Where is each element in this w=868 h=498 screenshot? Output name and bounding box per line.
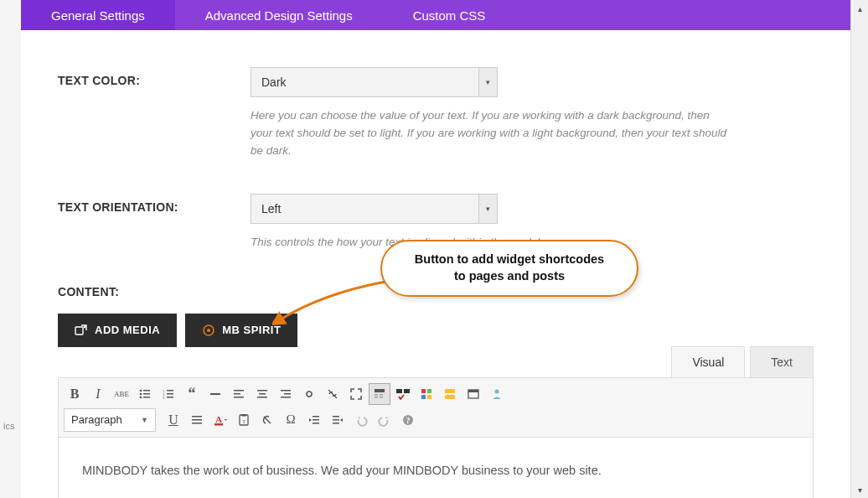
add-media-label: ADD MEDIA [95, 324, 160, 336]
align-right-icon[interactable] [275, 383, 297, 405]
svg-rect-47 [214, 423, 223, 426]
scroll-down-icon[interactable]: ▾ [851, 481, 868, 498]
shortcode-icon-3[interactable] [439, 383, 461, 405]
svg-rect-16 [210, 393, 220, 395]
shortcode-icon-4[interactable] [462, 383, 484, 405]
svg-point-42 [495, 389, 499, 393]
hr-icon[interactable] [204, 383, 226, 405]
add-media-button[interactable]: ADD MEDIA [58, 314, 177, 347]
text-orientation-value: Left [251, 202, 478, 215]
toolbar-toggle-icon[interactable] [369, 383, 390, 405]
editor-toolbar: B I ABE 123 “ [58, 377, 814, 438]
svg-rect-22 [257, 397, 267, 398]
text-orientation-select[interactable]: Left ▾ [251, 194, 498, 224]
italic-icon[interactable]: I [87, 383, 109, 405]
align-left-icon[interactable] [228, 383, 250, 405]
svg-rect-24 [284, 393, 291, 395]
svg-rect-33 [404, 389, 410, 393]
link-icon[interactable] [298, 383, 320, 405]
shortcode-icon-1[interactable] [392, 383, 414, 405]
svg-rect-11 [167, 390, 173, 392]
undo-icon[interactable] [350, 409, 372, 431]
editor-paragraph-1: MINDBODY takes the work out of business.… [82, 461, 789, 480]
outdent-icon[interactable] [303, 409, 325, 431]
clear-format-icon[interactable] [256, 409, 278, 431]
svg-point-6 [140, 392, 142, 395]
svg-text:?: ? [406, 416, 411, 425]
svg-point-8 [140, 396, 142, 398]
svg-rect-32 [396, 389, 402, 393]
chevron-down-icon[interactable]: ▾ [478, 68, 497, 96]
vertical-scrollbar[interactable]: ▴ ▾ [850, 0, 868, 498]
svg-text:T: T [242, 418, 246, 425]
underline-icon[interactable]: U [163, 409, 184, 431]
shortcode-icon-5[interactable] [486, 383, 508, 405]
editor-body[interactable]: MINDBODY takes the work out of business.… [58, 438, 814, 498]
justify-icon[interactable] [186, 409, 208, 431]
blockquote-icon[interactable]: “ [181, 383, 203, 405]
scroll-up-icon[interactable]: ▴ [851, 0, 868, 17]
bold-icon[interactable]: B [64, 383, 85, 405]
svg-rect-27 [375, 389, 385, 392]
mb-spirit-label: MB SPIRIT [222, 324, 281, 336]
mb-spirit-button[interactable]: MB SPIRIT [185, 314, 297, 347]
svg-rect-31 [380, 397, 383, 398]
text-color-select[interactable]: Dark ▾ [251, 67, 498, 97]
svg-rect-52 [313, 419, 319, 421]
svg-rect-54 [333, 416, 339, 418]
paste-text-icon[interactable]: T [233, 409, 255, 431]
sliver-text: ics [3, 421, 14, 431]
editor: Visual Text B I ABE 123 “ [58, 346, 814, 498]
background-sliver: ics [0, 0, 21, 498]
special-char-icon[interactable]: Ω [280, 409, 302, 431]
tab-general[interactable]: General Settings [21, 0, 175, 30]
svg-rect-25 [281, 397, 291, 398]
media-icon [75, 324, 88, 337]
svg-rect-53 [313, 423, 319, 424]
svg-rect-55 [333, 419, 339, 421]
svg-rect-15 [167, 397, 173, 398]
tab-advanced[interactable]: Advanced Design Settings [175, 0, 383, 30]
annotation-callout: Button to add widget shortcodes to pages… [380, 240, 638, 297]
bullet-list-icon[interactable] [134, 383, 156, 405]
unlink-icon[interactable] [322, 383, 344, 405]
svg-rect-44 [192, 419, 202, 421]
svg-rect-29 [375, 397, 378, 398]
svg-rect-36 [421, 395, 426, 399]
svg-rect-45 [192, 423, 202, 424]
strikethrough-icon[interactable]: ABE [111, 383, 132, 405]
caret-down-icon: ▼ [141, 416, 148, 424]
shortcode-icon-2[interactable] [416, 383, 437, 405]
svg-rect-9 [143, 397, 150, 398]
redo-icon[interactable] [374, 409, 395, 431]
text-orientation-label: TEXT ORIENTATION: [58, 194, 251, 252]
callout-line1: Button to add widget shortcodes [415, 252, 604, 266]
svg-rect-37 [427, 395, 431, 399]
indent-icon[interactable] [327, 409, 349, 431]
text-color-icon[interactable]: A [209, 409, 231, 431]
editor-tab-text[interactable]: Text [750, 346, 814, 377]
svg-rect-39 [445, 395, 455, 399]
help-icon[interactable]: ? [397, 409, 419, 431]
svg-rect-19 [234, 397, 244, 398]
editor-tab-visual[interactable]: Visual [671, 346, 745, 377]
svg-rect-0 [75, 327, 83, 335]
svg-point-4 [140, 389, 142, 392]
svg-rect-23 [281, 390, 291, 392]
text-color-row: TEXT COLOR: Dark ▾ Here you can choose t… [58, 67, 814, 160]
format-select-value: Paragraph [71, 413, 122, 426]
number-list-icon[interactable]: 123 [158, 383, 179, 405]
text-color-label: TEXT COLOR: [58, 67, 251, 160]
svg-rect-41 [468, 390, 478, 392]
svg-rect-5 [143, 390, 150, 392]
format-select[interactable]: Paragraph ▼ [64, 408, 156, 432]
svg-point-1 [84, 325, 86, 328]
svg-rect-49 [241, 414, 246, 417]
fullscreen-icon[interactable] [345, 383, 367, 405]
align-center-icon[interactable] [251, 383, 273, 405]
svg-rect-18 [234, 393, 240, 395]
tab-custom-css[interactable]: Custom CSS [383, 0, 516, 30]
svg-rect-56 [333, 423, 339, 424]
svg-rect-13 [167, 393, 173, 395]
chevron-down-icon[interactable]: ▾ [478, 195, 497, 223]
